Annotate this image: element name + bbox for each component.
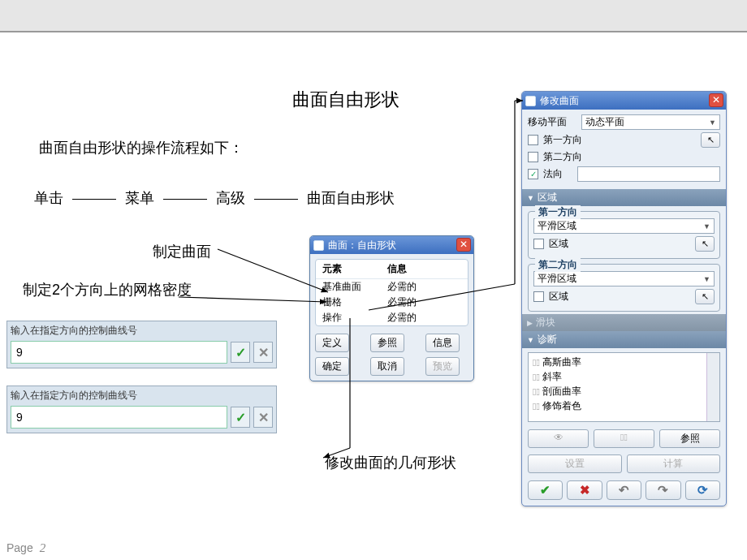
flow-arrow xyxy=(254,199,298,200)
triangle-down-icon: ▼ xyxy=(527,194,534,202)
input-label: 输入在指定方向的控制曲线号 xyxy=(11,389,273,403)
table-row[interactable]: 操作必需的 xyxy=(316,310,468,325)
flow-step-click: 单击 xyxy=(34,190,63,206)
redo-button[interactable]: ↷ xyxy=(646,480,680,500)
eye-off-icon: 👁⃠ xyxy=(533,386,540,398)
dir1-region-combo[interactable]: 平滑区域 ▼ xyxy=(533,218,715,234)
cancel-button[interactable]: ✕ xyxy=(253,407,273,428)
section-diagnostics[interactable]: ▼ 诊断 xyxy=(522,331,726,348)
chevron-down-icon: ▼ xyxy=(709,118,716,127)
normal-checkbox[interactable]: ✓ xyxy=(528,169,538,179)
flow-step-freeform: 曲面自由形状 xyxy=(307,190,395,206)
col-element: 元素 xyxy=(322,262,387,276)
ok-button[interactable]: ✔ xyxy=(528,480,563,500)
page-number: Page2 xyxy=(6,541,45,555)
dir1-region-label: 区域 xyxy=(549,237,568,251)
dialog-title: 修改曲面 xyxy=(540,94,579,108)
pick-button[interactable]: ↖ xyxy=(695,236,715,252)
control-curve-input-1[interactable] xyxy=(11,341,227,364)
redo-icon: ↷ xyxy=(658,483,668,498)
label-modify-geom: 修改曲面的几何形状 xyxy=(325,453,456,472)
element-table: 元素 信息 基准曲面必需的 栅格必需的 操作必需的 xyxy=(315,259,468,326)
accept-button[interactable]: ✓ xyxy=(231,407,250,428)
dir1-label: 第一方向 xyxy=(543,133,582,147)
pick-button[interactable]: ↖ xyxy=(695,289,715,304)
show-button[interactable]: 👁 xyxy=(528,429,589,448)
triangle-right-icon: ▶ xyxy=(527,319,533,327)
flow-line: 单击 菜单 高级 曲面自由形状 xyxy=(34,188,395,208)
undo-button[interactable]: ↶ xyxy=(607,480,641,500)
dialog-titlebar[interactable]: 修改曲面 ✕ xyxy=(522,92,726,110)
input-label: 输入在指定方向的控制曲线号 xyxy=(11,324,273,338)
ok-button[interactable]: 确定 xyxy=(315,357,349,376)
close-button[interactable]: ✕ xyxy=(709,93,723,107)
move-plane-label: 移动平面 xyxy=(528,115,576,129)
reference-button[interactable]: 参照 xyxy=(370,334,404,352)
eye-off-icon: 👁⃠ xyxy=(533,357,540,368)
cancel-button[interactable]: ✖ xyxy=(567,480,602,500)
flow-step-advanced: 高级 xyxy=(216,190,245,206)
list-item[interactable]: 👁⃠修饰着色 xyxy=(533,399,715,413)
label-grid-density: 制定2个方向上的网格密度 xyxy=(23,280,192,299)
intro-text: 曲面自由形状的操作流程如下： xyxy=(39,138,244,157)
table-row[interactable]: 基准曲面必需的 xyxy=(316,279,468,295)
input-block-1: 输入在指定方向的控制曲线号 ✓ ✕ xyxy=(6,321,277,368)
cancel-button[interactable]: 取消 xyxy=(370,357,404,376)
dir1-region-checkbox[interactable] xyxy=(533,239,544,249)
dir2-label: 第二方向 xyxy=(543,150,582,164)
label-make-surface: 制定曲面 xyxy=(153,242,211,261)
preview-button[interactable]: 预览 xyxy=(425,357,460,376)
pick-button[interactable]: ↖ xyxy=(701,132,720,148)
flow-arrow xyxy=(163,199,207,200)
dialog-modify-surface: 修改曲面 ✕ 移动平面 动态平面 ▼ 第一方向 ↖ 第二方向 ✓ 法向 ▼ xyxy=(521,91,727,506)
dialog-icon xyxy=(313,240,324,251)
dialog-icon xyxy=(525,96,536,106)
dir2-region-checkbox[interactable] xyxy=(533,291,544,302)
info-button[interactable]: 信息 xyxy=(425,334,460,352)
group-title: 第二方向 xyxy=(535,258,581,272)
dialog-titlebar[interactable]: 曲面：自由形状 ✕ xyxy=(310,236,473,254)
normal-input[interactable] xyxy=(577,166,720,182)
close-icon: ✕ xyxy=(258,345,269,360)
dialog-freeform-surface: 曲面：自由形状 ✕ 元素 信息 基准曲面必需的 栅格必需的 操作必需的 定义 参… xyxy=(309,235,474,381)
dir2-region-combo[interactable]: 平滑区域 ▼ xyxy=(533,271,715,286)
eye-off-icon: 👁⃠ xyxy=(533,401,540,412)
group-direction-1: 第一方向 平滑区域 ▼ 区域 ↖ xyxy=(528,211,720,259)
list-item[interactable]: 👁⃠斜率 xyxy=(533,370,715,384)
eye-icon: 👁 xyxy=(554,432,563,443)
reference-button[interactable]: 参照 xyxy=(659,429,720,448)
dir1-checkbox[interactable] xyxy=(528,135,538,145)
flow-arrow xyxy=(72,199,116,200)
col-info: 信息 xyxy=(387,262,407,276)
control-curve-input-2[interactable] xyxy=(11,406,227,429)
check-icon: ✔ xyxy=(540,483,551,498)
hide-button[interactable]: 👁⃠ xyxy=(594,429,654,448)
list-item[interactable]: 👁⃠剖面曲率 xyxy=(533,385,715,398)
list-item[interactable]: 👁⃠高斯曲率 xyxy=(533,355,715,369)
eye-off-icon: 👁⃠ xyxy=(533,372,540,383)
input-block-2: 输入在指定方向的控制曲线号 ✓ ✕ xyxy=(6,386,277,433)
check-icon: ✓ xyxy=(235,345,246,360)
triangle-down-icon: ▼ xyxy=(527,336,534,344)
calculate-button[interactable]: 计算 xyxy=(627,454,721,473)
move-plane-combo[interactable]: 动态平面 ▼ xyxy=(581,114,720,130)
cancel-button[interactable]: ✕ xyxy=(253,342,273,363)
eye-off-icon: 👁⃠ xyxy=(620,432,628,443)
table-row[interactable]: 栅格必需的 xyxy=(316,295,468,310)
dir2-checkbox[interactable] xyxy=(528,152,538,162)
close-icon: ✕ xyxy=(258,410,269,425)
section-slider[interactable]: ▶ 滑块 xyxy=(522,314,726,331)
svg-line-1 xyxy=(179,297,326,302)
chevron-down-icon: ▼ xyxy=(703,222,710,230)
cursor-icon: ↖ xyxy=(702,291,709,302)
check-icon: ✓ xyxy=(235,410,246,425)
close-button[interactable]: ✕ xyxy=(456,238,471,252)
group-direction-2: 第二方向 平滑区域 ▼ 区域 ↖ xyxy=(528,264,720,312)
scrollbar[interactable] xyxy=(706,353,719,421)
section-region[interactable]: ▼ 区域 xyxy=(522,189,726,206)
settings-button[interactable]: 设置 xyxy=(528,454,622,473)
accept-button[interactable]: ✓ xyxy=(231,342,250,363)
flow-step-menu: 菜单 xyxy=(125,190,154,206)
define-button[interactable]: 定义 xyxy=(315,334,349,352)
refresh-button[interactable]: ⟳ xyxy=(685,480,720,500)
